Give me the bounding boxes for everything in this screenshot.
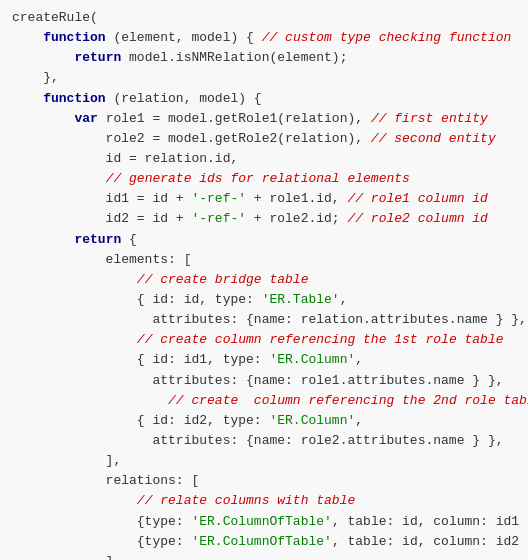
code-line: {type: 'ER.ColumnOfTable', table: id, co… <box>12 532 516 552</box>
code-token <box>12 493 137 508</box>
code-line: id1 = id + '-ref-' + role1.id, // role1 … <box>12 189 516 209</box>
code-token <box>12 50 74 65</box>
code-token: id2 = id + <box>12 211 191 226</box>
code-token: (element, model) { <box>106 30 262 45</box>
code-token: role1 = model.getRole1(relation), <box>98 111 371 126</box>
code-token: 'ER.ColumnOfTable' <box>191 534 331 549</box>
code-token: 'ER.Column' <box>269 413 355 428</box>
code-token: // generate ids for relational elements <box>106 171 410 186</box>
code-token: ], <box>12 453 121 468</box>
code-token: elements: [ <box>12 252 191 267</box>
code-token: '-ref-' <box>191 191 246 206</box>
code-token: , table: id, column: id1 }, <box>332 514 528 529</box>
code-token: {type: <box>12 534 191 549</box>
code-token: return <box>74 50 121 65</box>
code-block: createRule( function (element, model) { … <box>12 8 516 560</box>
code-line: }, <box>12 68 516 88</box>
code-token: // custom type checking function <box>262 30 512 45</box>
code-line: role2 = model.getRole2(relation), // sec… <box>12 129 516 149</box>
code-token: { <box>121 232 137 247</box>
code-token: id1 = id + <box>12 191 191 206</box>
code-line: function (element, model) { // custom ty… <box>12 28 516 48</box>
code-line: attributes: {name: relation.attributes.n… <box>12 310 516 330</box>
code-token: attributes: {name: role1.attributes.name… <box>12 373 503 388</box>
code-token <box>12 332 137 347</box>
code-token: { id: id2, type: <box>12 413 269 428</box>
code-line: return model.isNMRelation(element); <box>12 48 516 68</box>
code-token <box>12 393 168 408</box>
code-token: , <box>340 292 348 307</box>
code-line: ] <box>12 552 516 560</box>
code-token: 'ER.Table' <box>262 292 340 307</box>
code-token: // role1 column id <box>347 191 487 206</box>
code-token: ] <box>12 554 113 560</box>
code-token: 'ER.ColumnOfTable' <box>191 514 331 529</box>
code-token: return <box>74 232 121 247</box>
code-token: (relation, model) { <box>106 91 262 106</box>
code-token: + role1.id, <box>246 191 347 206</box>
code-token: var <box>74 111 97 126</box>
code-token: attributes: {name: relation.attributes.n… <box>12 312 527 327</box>
code-token <box>12 272 137 287</box>
code-line: // relate columns with table <box>12 491 516 511</box>
code-line: id = relation.id, <box>12 149 516 169</box>
code-line: // create column referencing the 1st rol… <box>12 330 516 350</box>
code-token <box>12 91 43 106</box>
code-token: createRule( <box>12 10 98 25</box>
code-token: function <box>43 30 105 45</box>
code-line: // generate ids for relational elements <box>12 169 516 189</box>
code-token <box>12 171 106 186</box>
code-token: , table: id, column: id2 }, <box>332 534 528 549</box>
code-token <box>12 111 74 126</box>
code-token: // first entity <box>371 111 488 126</box>
code-line: relations: [ <box>12 471 516 491</box>
code-line: var role1 = model.getRole1(relation), //… <box>12 109 516 129</box>
code-token: { id: id1, type: <box>12 352 269 367</box>
code-line: { id: id, type: 'ER.Table', <box>12 290 516 310</box>
code-token: // second entity <box>371 131 496 146</box>
code-container: createRule( function (element, model) { … <box>0 0 528 560</box>
code-token: 'ER.Column' <box>269 352 355 367</box>
code-token: { id: id, type: <box>12 292 262 307</box>
code-line: ], <box>12 451 516 471</box>
code-token: role2 = model.getRole2(relation), <box>12 131 371 146</box>
code-line: attributes: {name: role2.attributes.name… <box>12 431 516 451</box>
code-line: {type: 'ER.ColumnOfTable', table: id, co… <box>12 512 516 532</box>
code-line: { id: id2, type: 'ER.Column', <box>12 411 516 431</box>
code-token: , <box>355 413 363 428</box>
code-token: // create column referencing the 1st rol… <box>137 332 504 347</box>
code-token: relations: [ <box>12 473 199 488</box>
code-line: return { <box>12 230 516 250</box>
code-token <box>12 30 43 45</box>
code-line: function (relation, model) { <box>12 89 516 109</box>
code-token <box>12 232 74 247</box>
code-token: + role2.id; <box>246 211 347 226</box>
code-line: // create column referencing the 2nd rol… <box>12 391 516 411</box>
code-token: // relate columns with table <box>137 493 355 508</box>
code-token: {type: <box>12 514 191 529</box>
code-token: attributes: {name: role2.attributes.name… <box>12 433 503 448</box>
code-line: { id: id1, type: 'ER.Column', <box>12 350 516 370</box>
code-line: elements: [ <box>12 250 516 270</box>
code-line: attributes: {name: role1.attributes.name… <box>12 371 516 391</box>
code-line: createRule( <box>12 8 516 28</box>
code-token: id = relation.id, <box>12 151 238 166</box>
code-line: // create bridge table <box>12 270 516 290</box>
code-token: function <box>43 91 105 106</box>
code-token: '-ref-' <box>191 211 246 226</box>
code-token: // role2 column id <box>347 211 487 226</box>
code-token: // create column referencing the 2nd rol… <box>168 393 528 408</box>
code-token: }, <box>12 70 59 85</box>
code-token: model.isNMRelation(element); <box>121 50 347 65</box>
code-line: id2 = id + '-ref-' + role2.id; // role2 … <box>12 209 516 229</box>
code-token: , <box>355 352 363 367</box>
code-token: // create bridge table <box>137 272 309 287</box>
